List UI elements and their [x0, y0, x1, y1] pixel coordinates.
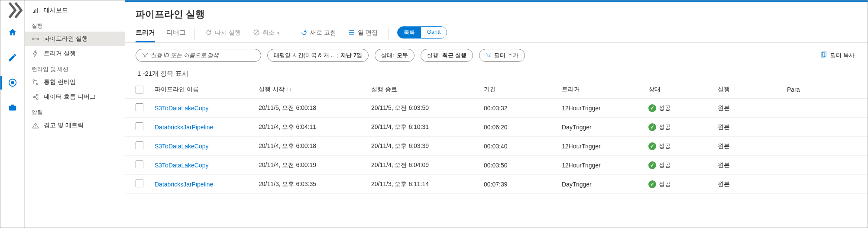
pipeline-icon — [32, 35, 39, 43]
row-checkbox[interactable] — [136, 180, 143, 187]
filter-icon — [142, 52, 148, 59]
monitor-icon[interactable] — [4, 74, 21, 91]
sidebar: 대시보드 실행 파이프라인 실행 트리거 실행 런타임 및 세션 통합 런타임 … — [25, 0, 125, 228]
runs-table: 파이프라인 이름 실행 시작↑↓ 실행 종료 기간 트리거 상태 실행 Para… — [125, 80, 868, 228]
runtime-icon — [32, 78, 39, 86]
item-count: 1 -21개 항목 표시 — [125, 65, 868, 80]
author-icon[interactable] — [4, 49, 21, 66]
refresh-button[interactable]: 새로 고침 — [299, 26, 338, 42]
cell-run-end: 20/11/4, 오전 6:04:09 — [371, 161, 484, 169]
svg-point-9 — [36, 94, 38, 96]
svg-rect-2 — [9, 106, 16, 110]
tab-debug[interactable]: 디버그 — [166, 25, 186, 42]
expand-rail-button[interactable] — [0, 4, 24, 16]
sidebar-item-label: 통합 런타임 — [44, 78, 76, 86]
cell-run-end: 20/11/3, 오후 6:11:14 — [371, 180, 484, 188]
sidebar-integration-runtimes[interactable]: 통합 런타임 — [25, 75, 125, 90]
home-icon[interactable] — [4, 24, 21, 41]
cell-run-start: 20/11/4, 오전 6:00:19 — [259, 161, 371, 169]
pipeline-name-link[interactable]: DatabricksJarPipeline — [155, 181, 213, 188]
cell-status: 성공 — [648, 180, 718, 188]
pipeline-name-link[interactable]: S3ToDataLakeCopy — [155, 162, 209, 169]
sidebar-item-label: 데이터 흐름 디버그 — [44, 93, 96, 101]
row-checkbox[interactable] — [136, 161, 143, 168]
filter-runs[interactable]: 실행: 최근 실행 — [421, 49, 473, 62]
pipeline-name-link[interactable]: S3ToDataLakeCopy — [155, 143, 209, 150]
cell-duration: 00:03:32 — [484, 105, 562, 112]
copy-icon — [820, 51, 827, 60]
svg-point-10 — [36, 98, 38, 100]
copy-filter-button[interactable]: 필터 복사 — [820, 51, 857, 60]
table-row[interactable]: S3ToDataLakeCopy20/11/5, 오전 6:00:1820/11… — [125, 99, 868, 118]
rerun-button[interactable]: 다시 실행 — [204, 26, 243, 42]
cell-run-start: 20/11/4, 오후 6:04:11 — [259, 123, 371, 131]
svg-point-7 — [36, 83, 38, 85]
cell-run-end: 20/11/4, 오후 6:03:39 — [371, 142, 484, 150]
cell-run-start: 20/11/4, 오후 6:00:18 — [259, 142, 371, 150]
dataflow-icon — [32, 93, 39, 101]
success-icon — [648, 180, 656, 188]
success-icon — [648, 123, 656, 131]
row-checkbox[interactable] — [136, 141, 143, 149]
col-duration[interactable]: 기간 — [484, 86, 562, 93]
pipeline-name-link[interactable]: DatabricksJarPipeline — [155, 124, 213, 131]
col-trigger[interactable]: 트리거 — [562, 86, 648, 93]
sidebar-trigger-runs[interactable]: 트리거 실행 — [25, 46, 125, 61]
col-run-start[interactable]: 실행 시작↑↓ — [259, 86, 371, 93]
table-row[interactable]: S3ToDataLakeCopy20/11/4, 오전 6:00:1920/11… — [125, 156, 868, 175]
tab-trigger[interactable]: 트리거 — [136, 25, 155, 42]
divider — [194, 28, 195, 40]
cell-duration: 00:03:50 — [484, 162, 562, 169]
main-content: 파이프라인 실행 트리거 디버그 다시 실행 취소 ▾ 새로 고침 — [125, 0, 868, 228]
svg-point-8 — [33, 96, 35, 98]
sidebar-item-label: 경고 및 메트릭 — [44, 122, 84, 129]
view-gantt[interactable]: Gantt — [421, 27, 447, 38]
columns-icon — [348, 29, 355, 37]
cell-trigger: DayTrigger — [562, 181, 648, 188]
col-pipeline-name[interactable]: 파이프라인 이름 — [155, 86, 259, 93]
sidebar-section-runs: 실행 — [25, 18, 125, 32]
sidebar-pipeline-runs[interactable]: 파이프라인 실행 — [25, 32, 125, 46]
pipeline-name-link[interactable]: S3ToDataLakeCopy — [155, 105, 209, 112]
cell-run-end: 20/11/4, 오후 6:10:31 — [371, 123, 484, 131]
cell-status: 성공 — [648, 104, 718, 112]
cell-duration: 00:03:40 — [484, 143, 562, 150]
filter-timezone[interactable]: 태평양 시간(미국 & 캐... : 지난 7일 — [267, 49, 369, 62]
refresh-icon — [301, 29, 308, 37]
col-status[interactable]: 상태 — [648, 86, 718, 93]
cell-run-start: 20/11/3, 오후 6:03:35 — [259, 180, 371, 188]
content-tabs: 트리거 디버그 — [136, 25, 186, 42]
table-row[interactable]: S3ToDataLakeCopy20/11/4, 오후 6:00:1820/11… — [125, 137, 868, 156]
svg-point-1 — [11, 81, 14, 84]
edit-columns-button[interactable]: 열 편집 — [347, 26, 379, 42]
sidebar-dataflow-debug[interactable]: 데이터 흐름 디버그 — [25, 90, 125, 104]
filter-status[interactable]: 상태: 모두 — [375, 49, 415, 62]
success-icon — [648, 142, 656, 150]
cell-status: 성공 — [648, 142, 718, 150]
search-input[interactable]: 실행 ID 또는 이름으로 검색 — [136, 49, 261, 62]
svg-point-5 — [37, 38, 39, 40]
cancel-button[interactable]: 취소 ▾ — [251, 26, 281, 42]
view-toggle[interactable]: 목록 Gantt — [397, 26, 447, 39]
dashboard-icon — [32, 6, 39, 14]
sidebar-item-label: 대시보드 — [44, 6, 68, 14]
cell-trigger: DayTrigger — [562, 124, 648, 131]
row-checkbox[interactable] — [136, 103, 143, 111]
row-checkbox[interactable] — [136, 122, 143, 130]
col-run-end[interactable]: 실행 종료 — [371, 86, 484, 93]
table-header: 파이프라인 이름 실행 시작↑↓ 실행 종료 기간 트리거 상태 실행 Para — [125, 80, 868, 99]
sidebar-alerts-metrics[interactable]: 경고 및 메트릭 — [25, 118, 125, 133]
cell-run: 원본 — [718, 123, 787, 131]
table-row[interactable]: DatabricksJarPipeline20/11/4, 오후 6:04:11… — [125, 118, 868, 137]
select-all-checkbox[interactable] — [136, 86, 143, 93]
add-filter-button[interactable]: 필터 추가 — [479, 49, 525, 62]
cell-trigger: 12HourTrigger — [562, 105, 648, 112]
sidebar-dashboard[interactable]: 대시보드 — [25, 3, 125, 18]
col-run[interactable]: 실행 — [718, 86, 787, 93]
view-list[interactable]: 목록 — [398, 27, 421, 38]
divider — [388, 28, 389, 40]
manage-icon[interactable] — [4, 99, 21, 116]
table-row[interactable]: DatabricksJarPipeline20/11/3, 오후 6:03:35… — [125, 175, 868, 194]
col-params[interactable]: Para — [787, 86, 839, 93]
alert-icon — [32, 122, 39, 129]
